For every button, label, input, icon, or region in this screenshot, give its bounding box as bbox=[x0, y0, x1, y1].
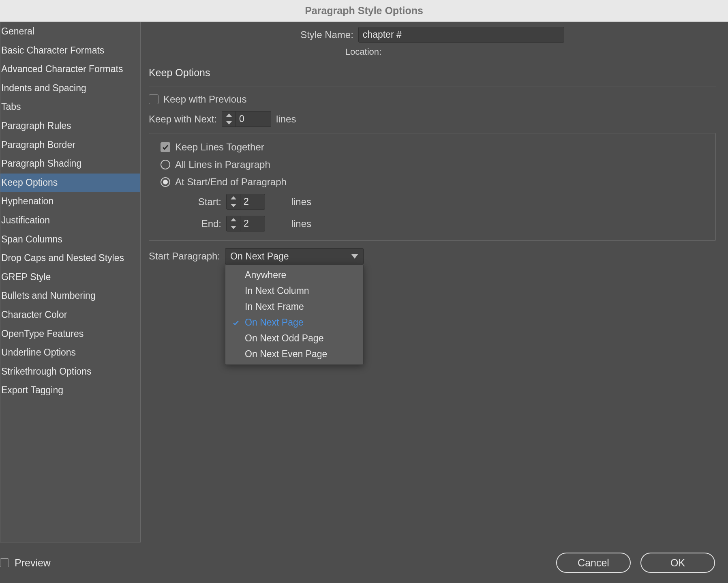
menu-item-anywhere[interactable]: Anywhere bbox=[225, 267, 363, 283]
svg-marker-5 bbox=[231, 226, 236, 229]
menu-item-on-next-odd-page[interactable]: On Next Odd Page bbox=[225, 330, 363, 346]
keep-with-previous-row: Keep with Previous bbox=[149, 94, 716, 105]
sidebar-item-justification[interactable]: Justification bbox=[0, 211, 140, 230]
sidebar-item-general[interactable]: General bbox=[0, 22, 140, 41]
main-area: GeneralBasic Character FormatsAdvanced C… bbox=[0, 22, 728, 542]
keep-lines-together-label: Keep Lines Together bbox=[175, 141, 264, 153]
section-divider bbox=[149, 86, 716, 86]
keep-with-next-input[interactable] bbox=[236, 111, 271, 126]
sidebar-item-drop-caps-and-nested-styles[interactable]: Drop Caps and Nested Styles bbox=[0, 249, 140, 268]
start-input[interactable] bbox=[240, 194, 265, 209]
start-stepper[interactable] bbox=[226, 194, 265, 210]
sidebar-item-export-tagging[interactable]: Export Tagging bbox=[0, 381, 140, 400]
svg-marker-2 bbox=[231, 196, 236, 199]
keep-with-next-unit: lines bbox=[276, 114, 296, 125]
sidebar-item-basic-character-formats[interactable]: Basic Character Formats bbox=[0, 41, 140, 60]
keep-with-previous-checkbox[interactable] bbox=[149, 94, 158, 104]
start-paragraph-value: On Next Page bbox=[230, 251, 289, 262]
window-titlebar: Paragraph Style Options bbox=[0, 0, 728, 22]
menu-item-label: On Next Page bbox=[245, 317, 303, 328]
menu-item-in-next-column[interactable]: In Next Column bbox=[225, 283, 363, 299]
footer: Preview Cancel OK bbox=[0, 542, 728, 583]
menu-item-on-next-even-page[interactable]: On Next Even Page bbox=[225, 346, 363, 362]
svg-marker-0 bbox=[226, 114, 232, 117]
sidebar-item-advanced-character-formats[interactable]: Advanced Character Formats bbox=[0, 60, 140, 79]
sidebar-item-keep-options[interactable]: Keep Options bbox=[0, 174, 140, 193]
sidebar-item-bullets-and-numbering[interactable]: Bullets and Numbering bbox=[0, 287, 140, 306]
svg-marker-6 bbox=[351, 254, 358, 259]
start-unit: lines bbox=[270, 196, 311, 208]
start-paragraph-dropdown[interactable]: On Next Page bbox=[225, 248, 364, 264]
svg-marker-4 bbox=[231, 218, 236, 221]
sidebar-item-indents-and-spacing[interactable]: Indents and Spacing bbox=[0, 79, 140, 98]
start-label: Start: bbox=[180, 196, 221, 208]
sidebar-item-paragraph-shading[interactable]: Paragraph Shading bbox=[0, 154, 140, 174]
sidebar-item-strikethrough-options[interactable]: Strikethrough Options bbox=[0, 362, 140, 382]
chevron-down-icon bbox=[351, 254, 358, 259]
keep-with-previous-label: Keep with Previous bbox=[163, 94, 246, 105]
footer-left: Preview bbox=[0, 557, 51, 569]
keep-lines-together-row: Keep Lines Together bbox=[161, 141, 706, 153]
all-lines-radio[interactable] bbox=[161, 160, 170, 169]
menu-item-in-next-frame[interactable]: In Next Frame bbox=[225, 299, 363, 315]
location-label: Location: bbox=[345, 47, 381, 57]
menu-item-label: Anywhere bbox=[245, 270, 286, 281]
menu-item-label: On Next Even Page bbox=[245, 349, 327, 360]
start-paragraph-menu: AnywhereIn Next ColumnIn Next FrameOn Ne… bbox=[225, 264, 364, 365]
all-lines-row: All Lines in Paragraph bbox=[161, 159, 706, 170]
keep-with-next-label: Keep with Next: bbox=[149, 114, 217, 125]
svg-marker-3 bbox=[231, 204, 236, 207]
stepper-arrows-icon[interactable] bbox=[227, 194, 240, 209]
keep-lines-together-checkbox[interactable] bbox=[161, 142, 170, 152]
sidebar-item-hyphenation[interactable]: Hyphenation bbox=[0, 192, 140, 211]
start-paragraph-row: Start Paragraph: On Next Page AnywhereIn… bbox=[149, 248, 716, 264]
ok-button[interactable]: OK bbox=[640, 553, 715, 573]
stepper-arrows-icon[interactable] bbox=[222, 111, 236, 126]
menu-item-label: In Next Column bbox=[245, 285, 309, 296]
sidebar-item-grep-style[interactable]: GREP Style bbox=[0, 268, 140, 287]
end-unit: lines bbox=[270, 218, 311, 229]
start-row: Start: lines bbox=[180, 194, 706, 210]
menu-item-label: On Next Odd Page bbox=[245, 333, 323, 344]
preview-checkbox[interactable] bbox=[0, 558, 9, 567]
sidebar-item-character-color[interactable]: Character Color bbox=[0, 306, 140, 325]
keep-with-next-row: Keep with Next: lines bbox=[149, 111, 716, 127]
checkmark-icon bbox=[231, 319, 241, 326]
menu-item-on-next-page[interactable]: On Next Page bbox=[225, 315, 363, 330]
menu-item-label: In Next Frame bbox=[245, 301, 304, 312]
sidebar-item-paragraph-rules[interactable]: Paragraph Rules bbox=[0, 117, 140, 136]
start-paragraph-label: Start Paragraph: bbox=[149, 251, 220, 262]
start-end-label: At Start/End of Paragraph bbox=[175, 176, 287, 188]
content-panel: Style Name: Location: Keep Options Keep … bbox=[141, 22, 728, 542]
style-name-label: Style Name: bbox=[300, 29, 353, 41]
location-row: Location: bbox=[149, 47, 716, 57]
sidebar-item-span-columns[interactable]: Span Columns bbox=[0, 230, 140, 249]
keep-lines-group: Keep Lines Together All Lines in Paragra… bbox=[149, 133, 716, 241]
keep-with-next-stepper[interactable] bbox=[222, 111, 271, 127]
style-name-row: Style Name: bbox=[149, 27, 716, 43]
sidebar-item-tabs[interactable]: Tabs bbox=[0, 98, 140, 117]
style-name-input[interactable] bbox=[358, 27, 564, 43]
end-stepper[interactable] bbox=[226, 216, 265, 231]
all-lines-label: All Lines in Paragraph bbox=[175, 159, 270, 170]
sidebar-item-underline-options[interactable]: Underline Options bbox=[0, 343, 140, 362]
window-title: Paragraph Style Options bbox=[305, 5, 423, 17]
cancel-button[interactable]: Cancel bbox=[556, 553, 631, 573]
sidebar-item-paragraph-border[interactable]: Paragraph Border bbox=[0, 136, 140, 155]
start-end-row: At Start/End of Paragraph bbox=[161, 176, 706, 188]
sidebar-item-opentype-features[interactable]: OpenType Features bbox=[0, 325, 140, 344]
preview-label: Preview bbox=[15, 557, 51, 569]
footer-right: Cancel OK bbox=[556, 553, 715, 573]
start-end-radio[interactable] bbox=[161, 177, 170, 187]
end-label: End: bbox=[180, 218, 221, 229]
end-row: End: lines bbox=[180, 216, 706, 231]
sidebar: GeneralBasic Character FormatsAdvanced C… bbox=[0, 22, 141, 542]
section-title: Keep Options bbox=[149, 67, 716, 79]
stepper-arrows-icon[interactable] bbox=[227, 216, 240, 231]
end-input[interactable] bbox=[240, 216, 265, 231]
svg-marker-1 bbox=[226, 121, 232, 124]
